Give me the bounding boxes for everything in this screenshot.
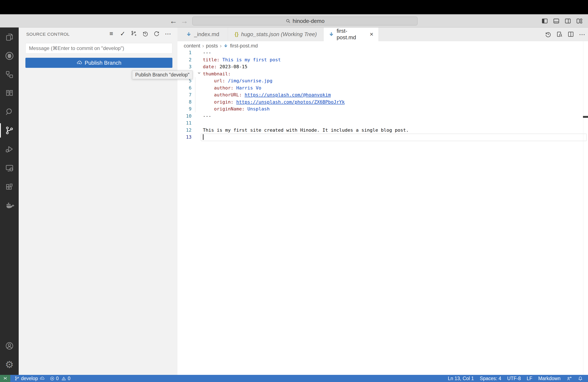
line-number: 11 [177,120,191,127]
notifications-bell-icon[interactable] [576,375,585,382]
hierarchy-icon[interactable] [0,66,19,83]
source-control-view-icon[interactable] [0,122,19,139]
command-center-text: hinode-demo [293,18,325,24]
tab-hugo-stats-json[interactable]: {} hugo_stats.json (Working Tree) [228,27,324,41]
code-line[interactable]: title: This is my first post [203,56,409,64]
indentation-item[interactable]: Spaces: 4 [478,375,503,382]
chevron-right-icon: › [220,43,222,49]
code-segment: authorURL: [214,92,242,97]
code-segment [203,106,214,111]
account-icon[interactable] [0,338,19,354]
tab-label: first-post.md [337,28,366,41]
code-segment [203,92,214,97]
code-segment: title: [203,57,219,62]
more-actions-icon[interactable]: ⋯ [165,30,171,37]
code-segment: --- [203,50,211,55]
code-line[interactable] [203,134,409,141]
code-line[interactable] [203,120,409,127]
breadcrumb-item-posts[interactable]: posts [206,43,218,49]
tab-index-md[interactable]: _index.md [177,27,228,41]
code-line[interactable]: authorURL: https://unsplash.com/@hoanvok… [203,91,409,99]
code-segment: Harris Vo [233,85,261,90]
forward-button[interactable]: → [180,14,189,27]
docker-icon[interactable] [0,197,19,214]
code-line[interactable]: originName: Unsplash [203,106,409,113]
line-number: 7 [177,91,191,99]
cloud-upload-icon [76,60,82,66]
history-icon[interactable] [142,30,149,37]
toggle-panel-icon[interactable] [553,18,560,24]
line-number-gutter: 12345678910111213 [177,49,191,141]
eol-item[interactable]: LF [525,375,534,382]
code-segment: This is my first site created with Hinod… [203,127,409,133]
docs-book-icon[interactable] [0,85,19,102]
code-segment: https://unsplash.com/@hoanvokim [245,92,331,97]
open-preview-icon[interactable] [556,30,563,38]
status-bar: develop 0 0 Ln 13, Col 1 Spaces: 4 UTF-8… [0,375,588,382]
code-line[interactable]: This is my first site created with Hinod… [203,127,409,134]
tab-first-post-md[interactable]: first-post.md × [324,27,379,41]
code-content[interactable]: ---title: This is my first postdate: 202… [203,49,409,141]
code-line[interactable]: date: 2023-08-15 [203,63,409,70]
view-as-list-icon[interactable]: ≡ [108,30,115,37]
code-segment: author: [214,85,233,90]
code-line[interactable]: --- [203,49,409,56]
publish-branch-button[interactable]: Publish Branch [25,58,172,68]
github-icon[interactable] [0,47,19,64]
code-segment: This is my first post [219,57,281,62]
code-line[interactable]: author: Harris Vo [203,85,409,92]
timeline-history-icon[interactable] [544,30,552,38]
warning-count: 0 [68,376,70,381]
toggle-primary-sidebar-icon[interactable] [541,18,548,24]
toggle-secondary-sidebar-icon[interactable] [564,18,571,24]
activity-bar: ⚙ [0,27,19,375]
code-segment: --- [203,113,211,119]
code-line[interactable]: --- [203,113,409,120]
code-segment [242,92,244,97]
code-segment: date: [203,64,217,69]
top-black-strip [0,0,588,14]
code-segment [203,85,214,90]
remote-indicator[interactable] [0,375,10,382]
search-view-icon[interactable] [0,103,19,120]
editor-group: _index.md {} hugo_stats.json (Working Tr… [177,27,588,375]
breadcrumb-item-file[interactable]: first-post.md [230,43,258,49]
back-button[interactable]: ← [169,14,178,27]
markdown-file-icon [329,31,334,37]
fold-chevron-icon[interactable]: › [197,69,202,77]
code-segment: https://unsplash.com/photos/ZX6BPboJrYk [236,99,345,105]
breadcrumb-item-content[interactable]: content [184,43,200,49]
command-center-search[interactable]: hinode-demo [192,17,418,25]
customize-layout-icon[interactable] [576,18,583,24]
explorer-icon[interactable] [0,29,19,45]
code-segment [233,99,236,105]
line-number: 2 [177,56,191,64]
chevron-right-icon: › [202,43,204,49]
branch-plus-icon[interactable] [130,30,138,37]
overview-ruler[interactable] [583,41,583,375]
error-count: 0 [56,376,59,381]
close-tab-icon[interactable]: × [370,31,373,38]
language-mode-item[interactable]: Markdown [536,375,563,382]
more-editor-actions-icon[interactable]: ⋯ [578,30,586,38]
code-line[interactable]: origin: https://unsplash.com/photos/ZX6B… [203,99,409,106]
remote-explorer-icon[interactable] [0,160,19,177]
publish-cloud-icon [40,376,45,381]
encoding-item[interactable]: UTF-8 [505,375,523,382]
branch-status-item[interactable]: develop [12,375,47,382]
refresh-icon[interactable] [153,30,160,37]
settings-gear-icon[interactable]: ⚙ [0,356,19,373]
commit-message-input[interactable] [25,43,172,54]
code-segment: thumbnail: [203,71,231,76]
cursor-position-item[interactable]: Ln 13, Col 1 [446,375,476,382]
problems-status-item[interactable]: 0 0 [47,375,73,382]
extensions-icon[interactable] [0,179,19,196]
markdown-file-icon [223,43,228,48]
code-line[interactable]: url: /img/sunrise.jpg [203,77,409,85]
feedback-icon[interactable] [564,375,574,382]
commit-check-icon[interactable]: ✓ [119,30,126,37]
code-line[interactable]: thumbnail: [203,70,409,78]
split-editor-icon[interactable] [567,30,575,38]
run-debug-icon[interactable] [0,141,19,157]
line-number: 13 [177,134,191,141]
